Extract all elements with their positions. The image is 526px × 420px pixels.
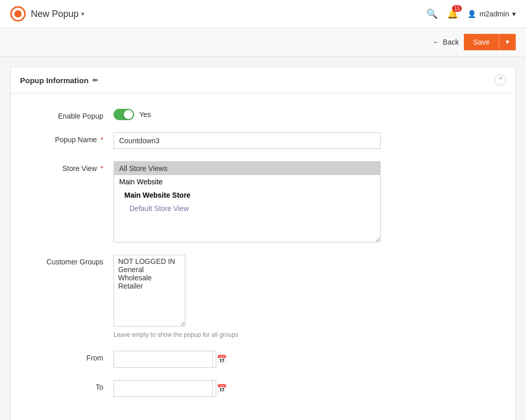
title-caret[interactable]: ▾ [81,10,84,17]
section-title: Popup Information ✏ [20,76,98,85]
store-view-control: All Store Views Main Website Main Websit… [114,161,381,242]
back-label: Back [443,38,459,46]
save-dropdown-button[interactable]: ▼ [499,34,516,50]
navbar-left: New Popup ▾ [10,6,84,22]
navbar: New Popup ▾ 🔍 🔔 11 👤 m2admin ▾ [0,0,526,28]
user-menu[interactable]: 👤 m2admin ▾ [467,10,516,18]
content-area: Popup Information ✏ ⌃ Enable Popup Yes [0,56,526,420]
back-button[interactable]: ← Back [433,38,459,46]
store-view-option-main-website: Main Website [114,175,380,188]
customer-groups-list[interactable]: NOT LOGGED IN General Wholesale Retailer [114,255,185,327]
section-header: Popup Information ✏ ⌃ [11,67,515,93]
required-star: * [101,136,103,144]
from-date-input[interactable] [114,352,212,367]
save-dropdown-icon: ▼ [504,39,511,46]
from-control: 📅 [114,351,381,368]
from-row: From 📅 [31,351,495,368]
store-view-option-main-website-store: Main Website Store [114,188,380,202]
popup-name-row: Popup Name * [31,132,495,149]
collapse-icon[interactable]: ⌃ [495,74,506,86]
customer-groups-control: NOT LOGGED IN General Wholesale Retailer… [114,255,381,338]
enable-popup-toggle-label: Yes [139,110,151,119]
notifications-badge: 11 [452,5,462,12]
to-date-wrap: 📅 [114,380,216,397]
search-icon[interactable]: 🔍 [426,8,438,20]
customer-groups-label: Customer Groups [31,255,114,266]
popup-name-input[interactable] [114,132,381,149]
popup-name-control [114,132,381,149]
enable-popup-label: Enable Popup [31,109,114,120]
navbar-right: 🔍 🔔 11 👤 m2admin ▾ [426,8,516,20]
logo-icon [10,6,26,22]
to-row: To 📅 [31,380,495,397]
popup-name-label: Popup Name * [31,132,114,144]
save-group: Save ▼ [464,34,516,50]
customer-groups-hint: Leave empty to show the popup for all gr… [114,331,381,338]
edit-icon[interactable]: ✏ [92,77,98,84]
store-view-row: Store View * All Store Views Main Websit… [31,161,495,242]
back-arrow-icon: ← [433,38,440,46]
popup-information-section: Popup Information ✏ ⌃ Enable Popup Yes [10,67,516,420]
user-icon: 👤 [467,10,476,18]
enable-popup-row: Enable Popup Yes [31,109,495,120]
to-calendar-icon[interactable]: 📅 [212,380,231,396]
notifications-icon[interactable]: 🔔 11 [447,8,458,20]
user-name: m2admin [479,10,509,18]
store-view-required-star: * [101,164,103,173]
to-control: 📅 [114,380,381,397]
save-button[interactable]: Save [464,34,499,50]
to-label: To [31,380,114,391]
user-caret-icon: ▾ [512,10,516,18]
to-date-input[interactable] [114,381,212,396]
enable-popup-control: Yes [114,109,381,120]
store-view-option-default: Default Store View [114,202,380,215]
form-body: Enable Popup Yes Popup Name * [11,93,515,420]
toolbar: ← Back Save ▼ [0,28,526,56]
title-text: New Popup [31,9,79,20]
from-date-wrap: 📅 [114,351,216,368]
store-view-select[interactable]: All Store Views Main Website Main Websit… [114,161,381,242]
store-view-label: Store View * [31,161,114,173]
from-label: From [31,351,114,362]
page-title: New Popup ▾ [31,9,84,20]
section-title-text: Popup Information [20,76,88,85]
from-calendar-icon[interactable]: 📅 [212,351,231,367]
customer-groups-row: Customer Groups NOT LOGGED IN General Wh… [31,255,495,338]
enable-popup-toggle[interactable] [114,109,134,120]
store-view-option-all: All Store Views [114,162,380,175]
